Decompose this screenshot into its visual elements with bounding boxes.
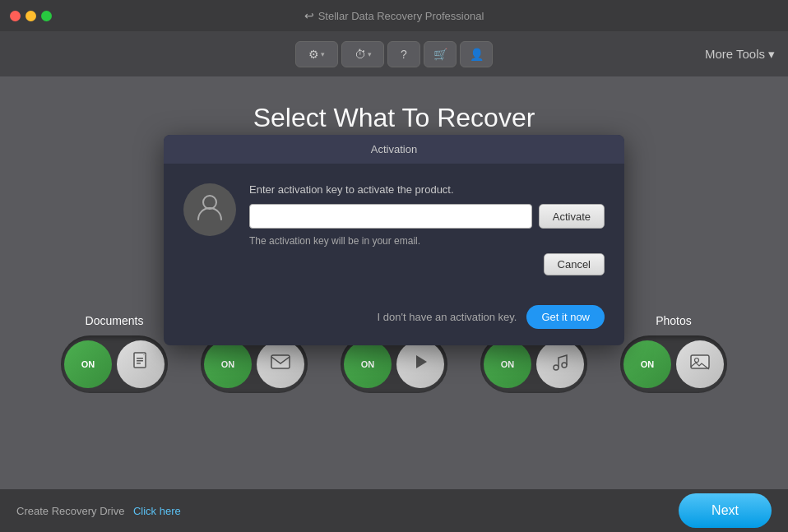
svg-rect-3 [137, 360, 143, 362]
next-button[interactable]: Next [679, 493, 772, 528]
no-key-text: I don't have an activation key. [378, 311, 517, 323]
maximize-button[interactable] [41, 11, 52, 21]
gear-icon: ⚙ [308, 48, 319, 61]
more-tools-button[interactable]: More Tools ▾ [705, 47, 775, 62]
toggle-label-documents: Documents [86, 314, 144, 327]
get-it-now-button[interactable]: Get it now [526, 305, 605, 329]
activation-key-input[interactable] [249, 204, 532, 229]
toggle-documents[interactable]: ON [61, 335, 168, 393]
document-icon [130, 351, 151, 377]
toggle-item-documents: Documents ON [61, 314, 168, 393]
cancel-button[interactable]: Cancel [544, 253, 605, 275]
toggle-label-photos: Photos [656, 314, 692, 327]
question-icon: ? [401, 48, 407, 61]
account-icon: 👤 [470, 48, 484, 61]
recovery-drive-section: Create Recovery Drive Click here [16, 503, 181, 518]
activation-title: Activation [371, 143, 417, 155]
toolbar-left: ⚙ ▾ ⏱ ▾ ? 🛒 👤 [13, 41, 775, 67]
main-content: Activation Enter activation key to activ… [0, 150, 788, 393]
bottom-bar: Create Recovery Drive Click here Next [0, 489, 788, 532]
toggle-on-pill-photos: ON [623, 340, 671, 388]
activation-header: Activation [164, 135, 624, 164]
chevron-down-icon: ▾ [321, 50, 325, 58]
toggle-circle-documents [117, 340, 165, 388]
photo-icon [689, 353, 711, 376]
music-icon [549, 351, 571, 377]
minimize-button[interactable] [25, 11, 36, 21]
chevron-down-icon: ▾ [768, 47, 775, 62]
toggle-photos[interactable]: ON [620, 335, 727, 393]
account-button[interactable]: 👤 [460, 41, 493, 67]
svg-marker-6 [416, 355, 427, 368]
history-button[interactable]: ⏱ ▾ [341, 41, 384, 67]
email-icon [270, 353, 291, 376]
toggle-on-pill-email: ON [204, 340, 252, 388]
toggle-on-pill-documents: ON [64, 340, 112, 388]
toggle-circle-video [396, 340, 444, 388]
svg-point-7 [554, 365, 559, 370]
cart-button[interactable]: 🛒 [424, 41, 457, 67]
activation-dialog: Activation Enter activation key to activ… [164, 135, 624, 345]
toggle-on-pill-video: ON [344, 340, 392, 388]
activation-fields: Enter activation key to activate the pro… [249, 183, 605, 275]
close-button[interactable] [10, 11, 21, 21]
traffic-lights [10, 11, 52, 21]
activation-body: Enter activation key to activate the pro… [164, 164, 624, 292]
settings-button[interactable]: ⚙ ▾ [295, 41, 338, 67]
toggle-item-photos: Photos ON [620, 314, 727, 393]
app-title-text: Stellar Data Recovery Professional [318, 10, 484, 22]
activation-instruction: Enter activation key to activate the pro… [249, 183, 605, 196]
toggle-circle-photos [676, 340, 724, 388]
cart-icon: 🛒 [433, 48, 447, 61]
svg-rect-2 [137, 358, 143, 359]
activation-row: Enter activation key to activate the pro… [183, 183, 605, 275]
chevron-down-icon: ▾ [368, 50, 372, 58]
activate-button[interactable]: Activate [539, 204, 605, 229]
app-title: ↩ Stellar Data Recovery Professional [304, 9, 484, 22]
more-tools-label: More Tools [705, 47, 765, 61]
activation-input-row: Activate [249, 204, 605, 229]
user-icon [195, 192, 225, 228]
page-title: Select What To Recover [0, 103, 788, 133]
cancel-row: Cancel [249, 253, 605, 275]
activation-footer: I don't have an activation key. Get it n… [164, 292, 624, 345]
history-icon: ⏱ [355, 48, 366, 61]
svg-rect-4 [137, 363, 141, 364]
play-icon [410, 352, 430, 377]
svg-rect-9 [691, 355, 709, 368]
recovery-drive-label: Create Recovery Drive [16, 505, 125, 517]
click-here-link[interactable]: Click here [133, 505, 181, 517]
help-button[interactable]: ? [387, 41, 420, 67]
svg-point-0 [203, 196, 216, 209]
toggle-circle-audio [536, 340, 584, 388]
svg-point-8 [562, 363, 567, 368]
toggle-circle-email [257, 340, 304, 388]
toggle-on-pill-audio: ON [484, 340, 531, 388]
toolbar: ⚙ ▾ ⏱ ▾ ? 🛒 👤 More Tools ▾ [0, 31, 788, 76]
avatar [183, 183, 236, 236]
activation-note: The activation key will be in your email… [249, 235, 605, 247]
titlebar: ↩ Stellar Data Recovery Professional [0, 0, 788, 31]
svg-rect-5 [271, 355, 290, 368]
back-icon: ↩ [304, 9, 314, 22]
